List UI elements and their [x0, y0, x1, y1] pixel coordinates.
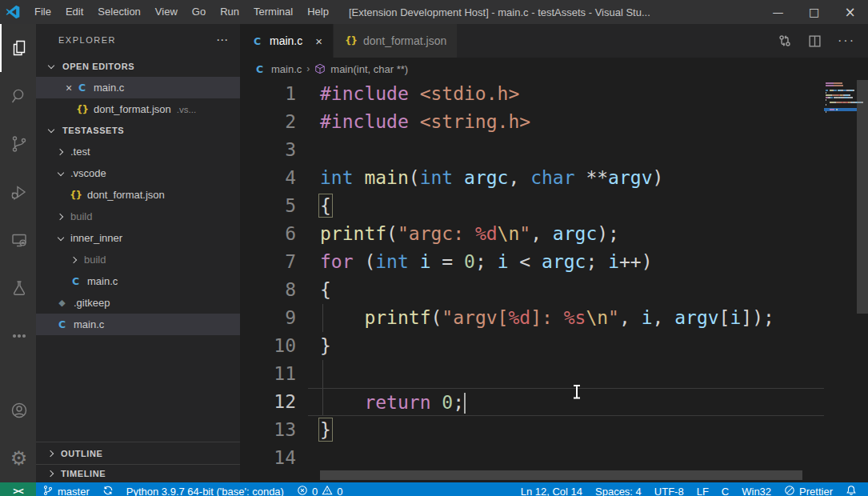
code-token: , — [619, 307, 642, 328]
explorer-icon[interactable] — [0, 24, 36, 72]
open-editor-item-main.c[interactable]: ×Cmain.c — [36, 77, 240, 98]
status-left: masterPython 3.9.7 64-bit ('base': conda… — [36, 482, 349, 496]
remote-explorer-icon[interactable] — [0, 216, 36, 264]
testing-icon[interactable] — [0, 264, 36, 312]
open-editor-item-dont_format.json[interactable]: {}dont_format.json.vs... — [36, 98, 240, 120]
status-item-Win32[interactable]: Win32 — [735, 482, 778, 496]
remote-indicator[interactable]: >< — [0, 482, 36, 496]
status-item-C[interactable]: C — [715, 482, 735, 496]
line-number: 8 — [240, 276, 308, 304]
code-token: argc — [553, 223, 597, 244]
code-line: 2#include <string.h> — [240, 108, 824, 136]
code-token: #include — [320, 111, 420, 132]
tree-item-label: main.c — [87, 275, 118, 287]
status-item-0[interactable]: 00 — [290, 482, 349, 496]
sidebar-more-actions-icon[interactable]: ⋯ — [216, 33, 229, 47]
menu-selection[interactable]: Selection — [90, 0, 147, 24]
horizontal-scrollbar[interactable] — [320, 470, 802, 480]
testassets-label: TESTASSETS — [62, 126, 124, 135]
code-token: { — [320, 279, 331, 300]
tree-item-.test[interactable]: .test — [36, 141, 240, 162]
status-item-LF[interactable]: LF — [690, 482, 715, 496]
code-token: ; — [586, 251, 608, 272]
menu-view[interactable]: View — [148, 0, 185, 24]
menu-help[interactable]: Help — [300, 0, 336, 24]
tree-item-build[interactable]: build — [36, 206, 240, 227]
close-button[interactable]: × — [832, 0, 868, 24]
code-line: 9 printf("argv[%d]: %s\n", i, argv[i]); — [240, 304, 824, 332]
tree-item-dont_format.json[interactable]: {}dont_format.json — [36, 184, 240, 206]
file-label: main.c — [94, 82, 124, 94]
status-item-Python 3.9.7 64-bit ('base': conda)[interactable]: Python 3.9.7 64-bit ('base': conda) — [120, 482, 290, 496]
tab-main.c[interactable]: Cmain.c× — [240, 24, 333, 58]
minimize-button[interactable]: — — [760, 0, 796, 24]
account-icon[interactable] — [0, 386, 36, 434]
code-token: \n — [586, 307, 608, 328]
code-token: , — [508, 167, 530, 188]
run-debug-icon[interactable] — [0, 168, 36, 216]
tree-item-.gitkeep[interactable]: ◆.gitkeep — [36, 292, 240, 314]
code-token — [409, 251, 420, 272]
status-item-sync[interactable] — [96, 482, 120, 496]
menu-terminal[interactable]: Terminal — [246, 0, 300, 24]
tab-dont_format.json[interactable]: {}dont_format.json — [334, 24, 457, 58]
split-editor-icon[interactable] — [808, 34, 822, 48]
status-item-bell[interactable] — [839, 482, 863, 496]
window-title: [Extension Development Host] - main.c - … — [349, 6, 650, 18]
line-number: 1 — [240, 80, 308, 108]
status-item-master[interactable]: master — [36, 482, 96, 496]
chevron-right-icon — [46, 447, 58, 460]
breadcrumb-file[interactable]: main.c — [271, 63, 302, 75]
open-editors-header[interactable]: OPEN EDITORS — [36, 56, 240, 77]
line-number: 7 — [240, 248, 308, 276]
breadcrumb-symbol[interactable]: main(int, char **) — [330, 63, 408, 75]
vertical-scrollbar[interactable] — [857, 80, 868, 314]
tree-item-inner_inner[interactable]: inner_inner — [36, 227, 240, 249]
tree-item-main.c[interactable]: Cmain.c — [36, 270, 240, 292]
code-line: 11 — [240, 360, 824, 388]
search-icon[interactable] — [0, 72, 36, 120]
c-file-icon: C — [250, 35, 264, 47]
open-changes-icon[interactable] — [778, 34, 792, 48]
menu-run[interactable]: Run — [213, 0, 246, 24]
tree-item-build[interactable]: build — [36, 249, 240, 270]
title-bar: FileEditSelectionViewGoRunTerminalHelp [… — [0, 0, 868, 24]
source-control-icon[interactable] — [0, 120, 36, 168]
minimap[interactable] — [824, 80, 857, 118]
testassets-header[interactable]: TESTASSETS — [36, 120, 240, 141]
menu-edit[interactable]: Edit — [58, 0, 90, 24]
status-item-UTF-8[interactable]: UTF-8 — [648, 482, 690, 496]
tree-item-label: .vscode — [70, 167, 106, 179]
more-actions-icon[interactable]: ··· — [838, 34, 855, 48]
json-file-icon: {} — [69, 190, 82, 201]
more-icon[interactable] — [0, 312, 36, 360]
code-token: , — [530, 223, 553, 244]
maximize-button[interactable]: □ — [796, 0, 832, 24]
status-item-Ln 12, Col 14[interactable]: Ln 12, Col 14 — [514, 482, 589, 496]
chevron-right-icon — [69, 254, 82, 266]
timeline-panel-header[interactable]: TIMELINE — [36, 464, 240, 482]
line-content: { — [308, 276, 824, 304]
tree-item-.vscode[interactable]: .vscode — [36, 162, 240, 184]
code-token — [354, 167, 365, 188]
chevron-right-icon — [55, 210, 68, 223]
line-content — [308, 136, 824, 164]
branch-icon — [42, 485, 54, 496]
close-icon[interactable]: × — [62, 82, 75, 94]
outline-panel-header[interactable]: OUTLINE — [36, 442, 240, 464]
status-item-Spaces: 4[interactable]: Spaces: 4 — [589, 482, 648, 496]
code-editor[interactable]: 1#include <stdio.h>2#include <string.h>3… — [240, 80, 868, 482]
status-item-Prettier[interactable]: Prettier — [778, 482, 839, 496]
line-number: 14 — [240, 444, 308, 472]
code-token: #include — [320, 83, 420, 104]
close-icon[interactable]: × — [315, 34, 322, 48]
code-token: printf — [364, 307, 430, 328]
mouse-cursor-ibeam — [573, 384, 581, 400]
menu-go[interactable]: Go — [185, 0, 213, 24]
window-controls: — □ × — [760, 0, 868, 24]
settings-gear-icon[interactable]: ⚙ — [0, 434, 36, 482]
git-file-icon: ◆ — [55, 298, 69, 308]
tree-item-main.c[interactable]: Cmain.c — [36, 314, 240, 335]
menu-file[interactable]: File — [27, 0, 58, 24]
tree-item-label: dont_format.json — [87, 189, 165, 201]
